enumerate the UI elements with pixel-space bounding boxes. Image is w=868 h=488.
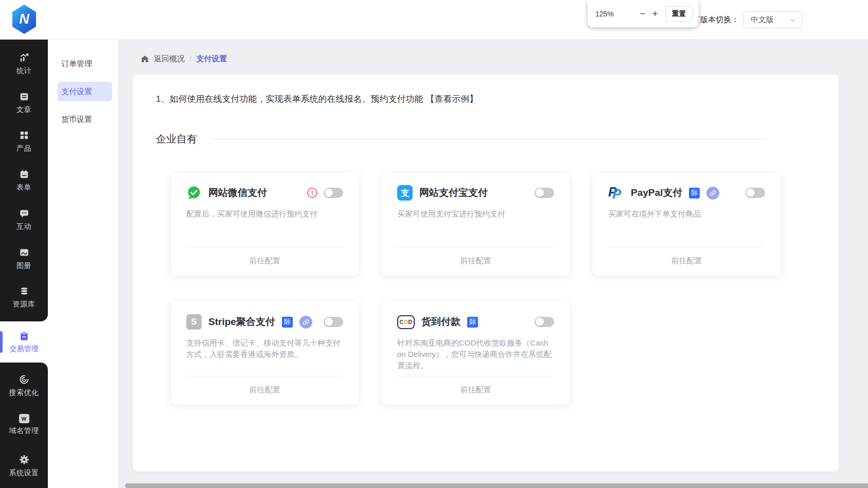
sidebar-item-settings[interactable]: 系统设置 [0,451,48,488]
brand-logo[interactable]: N [11,5,37,34]
active-indicator-bar [0,331,3,353]
card-controls: ! [307,188,343,198]
paypal-enable-toggle[interactable] [746,188,765,198]
breadcrumb-separator: / [189,55,191,63]
sidebar-item-articles[interactable]: 文章 [0,88,48,118]
sidebar-item-label: 域名管理 [9,426,39,436]
card-title: PayPal支付 [631,186,682,200]
submenu-item-currency[interactable]: 货币设置 [58,110,112,129]
form-icon [19,169,30,180]
stats-icon [19,52,30,63]
wechat-pay-icon [186,185,202,201]
submenu-item-payment-settings[interactable]: 支付设置 [58,82,112,101]
card-description: 针对东南亚电商的COD代收货款服务（Cash on Delivery），您可与快… [397,337,554,371]
card-title: 货到付款 [421,315,460,329]
cod-icon: C O D [397,315,415,329]
brand-logo-letter: N [19,11,29,27]
sidebar-item-library[interactable]: 资源库 [0,282,48,312]
breadcrumb: 返回概况 / 支付设置 [140,54,227,64]
horizontal-scrollbar-thumb[interactable] [125,483,868,488]
sidebar-item-label: 图册 [16,261,31,270]
sidebar-item-forms[interactable]: 表单 [0,166,48,195]
stripe-enable-toggle[interactable] [324,317,343,327]
card-header: 支 网站支付宝支付 [397,185,554,201]
breadcrumb-back-link[interactable]: 返回概况 [154,54,185,64]
sidebar-item-label: 互动 [16,222,31,231]
payment-card-paypal: P P PayPal支付 际 [593,173,781,276]
international-badge: 际 [282,317,293,328]
app-window: N 语言版本切换： 中文版 125% − + 重置 [0,0,868,488]
products-grid-icon [19,130,30,141]
card-controls [535,317,554,327]
go-configure-link[interactable]: 前往配置 [397,376,554,405]
help-tip-text[interactable]: 1、如何使用在线支付功能，实现表单系统的在线报名、预约支付功能 【查看示例】 [156,93,816,105]
paypal-p-front: P [612,187,621,201]
top-header: N 语言版本切换： 中文版 [0,0,868,40]
card-title: 网站支付宝支付 [419,186,488,200]
link-icon[interactable] [299,316,312,329]
card-title: Stripe聚合支付 [208,315,275,329]
zoom-in-button[interactable]: + [649,8,661,20]
alipay-icon: 支 [397,185,413,201]
primary-sidebar: 统计 文章 产品 [0,40,48,488]
language-select[interactable]: 中文版 [743,11,802,28]
section-title: 企业自有 [156,132,197,146]
home-icon[interactable] [140,55,149,63]
section-divider-line [211,139,766,139]
zoom-reset-button[interactable]: 重置 [665,6,693,22]
gear-icon [19,454,30,465]
card-header: 网站微信支付 ! [186,185,343,201]
card-header: C O D 货到付款 际 [397,314,554,330]
header-right-group: 语言版本切换： 中文版 [685,11,802,28]
go-configure-link[interactable]: 前往配置 [186,247,343,276]
payment-card-wechat: 网站微信支付 ! 配置后，买家可使用微信进行预约支付 前往配置 [171,173,359,276]
go-configure-link[interactable]: 前往配置 [397,247,554,276]
sidebar-item-label: 统计 [16,66,31,76]
chevron-down-icon [789,16,796,24]
go-configure-link[interactable]: 前往配置 [608,247,765,276]
cod-letter-c: C [400,319,404,325]
paypal-icon: P P [608,185,624,201]
wechat-enable-toggle[interactable] [324,188,343,198]
warning-icon: ! [307,188,317,198]
secondary-sidebar: 订单管理 支付设置 货币设置 [48,40,118,488]
cod-enable-toggle[interactable] [535,317,554,327]
card-controls [746,188,765,198]
image-icon [19,247,30,258]
sidebar-item-interaction[interactable]: 互动 [0,205,48,234]
sidebar-item-label: 表单 [16,183,31,192]
card-controls [535,188,554,198]
international-badge: 际 [689,188,700,198]
link-icon[interactable] [706,187,719,200]
primary-sidebar-top-block: 统计 文章 产品 [0,40,48,321]
sidebar-item-trade-active[interactable]: 交易管理 [0,321,48,363]
sidebar-item-label: 交易管理 [10,345,39,354]
cod-letter-o: O [404,319,409,325]
zoom-out-button[interactable]: − [636,8,649,20]
go-configure-link[interactable]: 前往配置 [186,376,343,405]
payment-cards-grid: 网站微信支付 ! 配置后，买家可使用微信进行预约支付 前往配置 支 网站支付宝支… [171,173,839,405]
sidebar-item-products[interactable]: 产品 [0,126,48,156]
payment-card-stripe: S Stripe聚合支付 际 [171,302,359,405]
content-panel: 1、如何使用在线支付功能，实现表单系统的在线报名、预约支付功能 【查看示例】 企… [133,75,839,472]
sidebar-item-stats[interactable]: 统计 [0,49,48,79]
sidebar-item-gallery[interactable]: 图册 [0,244,48,274]
card-header: S Stripe聚合支付 际 [186,314,343,330]
alipay-enable-toggle[interactable] [535,188,554,198]
sidebar-item-seo[interactable]: 搜索优化 [0,371,48,411]
card-title: 网站微信支付 [208,186,267,200]
sidebar-item-domain[interactable]: w 域名管理 [0,411,48,451]
sidebar-item-label: 产品 [16,144,31,153]
breadcrumb-current[interactable]: 支付设置 [196,54,227,64]
card-controls [324,317,343,327]
article-icon [19,91,30,102]
section-header: 企业自有 [156,132,766,146]
sidebar-item-label: 搜索优化 [9,388,39,397]
sidebar-item-label: 系统设置 [9,468,39,478]
payment-card-cod: C O D 货到付款 际 针对东南亚电商的COD代收货款服务（Cash on D… [382,302,570,405]
primary-sidebar-bottom-block: 搜索优化 w 域名管理 [0,363,48,488]
submenu-item-orders[interactable]: 订单管理 [58,54,112,74]
card-description: 买家可使用支付宝进行预约支付 [397,208,554,220]
domain-w-icon: w [19,414,29,423]
international-badge: 际 [467,317,478,328]
